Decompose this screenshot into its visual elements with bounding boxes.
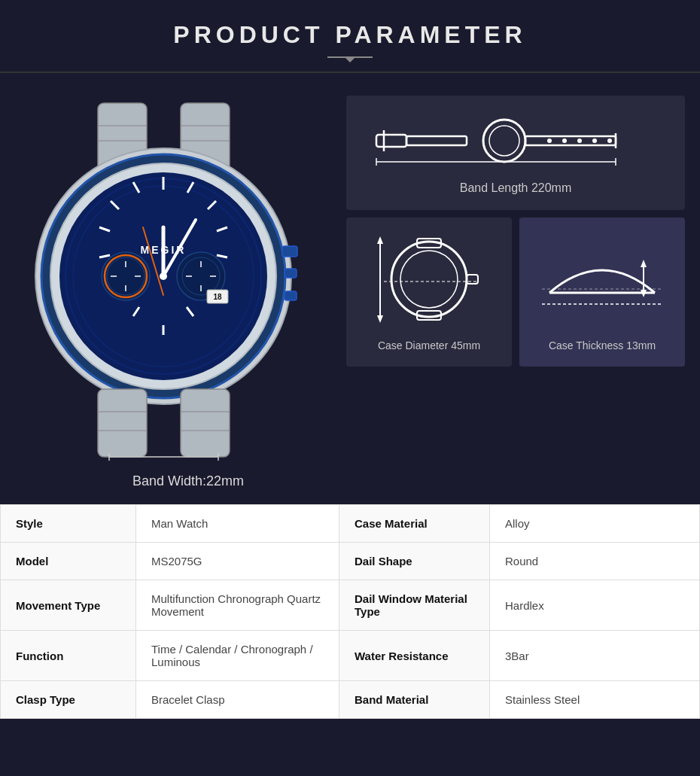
svg-rect-58 — [376, 135, 406, 147]
specs-table: StyleMan WatchCase MaterialAlloyModelMS2… — [0, 504, 700, 719]
spec-label: Function — [1, 631, 136, 681]
spec-value: Man Watch — [136, 505, 339, 543]
watch-svg: 18 MEGIR — [15, 96, 316, 464]
spec-value-right: Hardlex — [490, 580, 700, 631]
svg-point-77 — [391, 242, 467, 317]
case-thickness-box: Case Thickness 13mm — [519, 218, 685, 367]
spec-label: Movement Type — [1, 580, 136, 631]
svg-rect-60 — [406, 136, 467, 145]
spec-label-right: Dail Shape — [339, 543, 490, 580]
case-diameter-box: Case Diameter 45mm — [346, 218, 512, 367]
header-divider — [327, 56, 373, 58]
case-thickness-svg — [534, 233, 670, 330]
svg-rect-81 — [467, 275, 478, 284]
spec-label: Style — [1, 505, 136, 543]
svg-point-78 — [400, 251, 458, 308]
svg-point-66 — [577, 138, 582, 143]
svg-marker-74 — [377, 236, 383, 244]
visual-section: 18 MEGIR — [0, 73, 700, 504]
spec-label-right: Case Material — [339, 505, 490, 543]
svg-point-62 — [489, 126, 519, 156]
case-thickness-label: Case Thickness 13mm — [534, 339, 670, 351]
spec-label-right: Band Material — [339, 681, 490, 719]
table-row: FunctionTime / Calendar / Chronograph / … — [1, 631, 700, 681]
svg-point-67 — [592, 138, 597, 143]
svg-rect-63 — [525, 136, 616, 145]
svg-rect-42 — [282, 246, 297, 257]
page-header: PRODUCT PARAMETER — [0, 0, 700, 73]
svg-rect-43 — [285, 269, 297, 278]
svg-rect-44 — [285, 291, 297, 300]
svg-point-26 — [102, 252, 150, 300]
spec-label-right: Water Resistance — [339, 631, 490, 681]
diagrams-area: Band Length 220mm — [346, 96, 685, 367]
band-diagram: Band Length 220mm — [346, 96, 685, 210]
case-diameter-label: Case Diameter 45mm — [361, 339, 497, 351]
svg-point-68 — [607, 138, 612, 143]
spec-value: Time / Calendar / Chronograph / Luminous — [136, 631, 339, 681]
svg-rect-50 — [181, 389, 230, 457]
svg-marker-75 — [377, 315, 383, 323]
case-diameter-svg — [361, 233, 497, 330]
table-row: StyleMan WatchCase MaterialAlloy — [1, 505, 700, 543]
spec-label-right: Dail Window Material Type — [339, 580, 490, 631]
svg-point-65 — [562, 138, 567, 143]
spec-value-right: Round — [490, 543, 700, 580]
page-title: PRODUCT PARAMETER — [15, 21, 685, 49]
watch-area: 18 MEGIR — [15, 96, 331, 489]
spec-value: Multifunction Chronograph Quartz Movemen… — [136, 580, 339, 631]
band-length-svg — [373, 111, 659, 171]
table-row: Movement TypeMultifunction Chronograph Q… — [1, 580, 700, 631]
band-length-label: Band Length 220mm — [361, 181, 670, 195]
band-width-label: Band Width:22mm — [15, 473, 331, 489]
table-row: ModelMS2075GDail ShapeRound — [1, 543, 700, 580]
svg-point-64 — [547, 138, 552, 143]
svg-point-48 — [160, 272, 167, 280]
spec-value: MS2075G — [136, 543, 339, 580]
spec-value: Bracelet Clasp — [136, 681, 339, 719]
spec-value-right: Stainless Steel — [490, 681, 700, 719]
svg-marker-84 — [641, 260, 647, 267]
svg-rect-49 — [98, 389, 147, 457]
spec-label: Model — [1, 543, 136, 580]
lower-diagrams: Case Diameter 45mm Case Thickness 13mm — [346, 218, 685, 367]
table-row: Clasp TypeBracelet ClaspBand MaterialSta… — [1, 681, 700, 719]
spec-label: Clasp Type — [1, 681, 136, 719]
svg-text:18: 18 — [213, 293, 222, 301]
spec-value-right: 3Bar — [490, 631, 700, 681]
spec-value-right: Alloy — [490, 505, 700, 543]
